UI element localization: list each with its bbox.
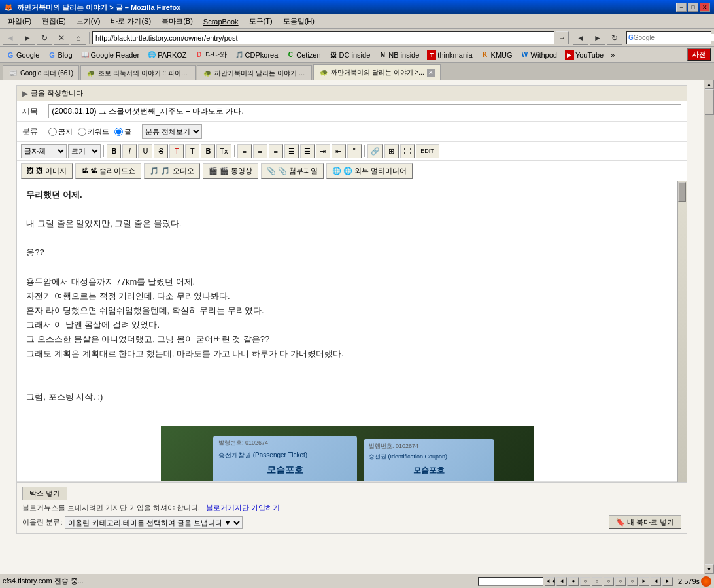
tab-3[interactable]: 🐢 까만거북미의 달리는 이야기 >... ✕ — [313, 64, 441, 80]
outdent-button[interactable]: ⇤ — [332, 144, 346, 158]
bookmark-add-button[interactable]: 🔖 내 북마크 넣기 — [609, 515, 681, 529]
video-button[interactable]: 🎬 🎬 동영상 — [203, 163, 258, 179]
tab-3-close-button[interactable]: ✕ — [427, 69, 435, 77]
font-family-select[interactable]: 글자체 — [21, 144, 67, 158]
radio-post[interactable]: 글 — [114, 127, 131, 137]
maximize-button[interactable]: □ — [688, 3, 698, 12]
title-input[interactable] — [48, 104, 681, 118]
color-t-button[interactable]: T — [169, 144, 184, 158]
reload-button[interactable]: ↻ — [37, 31, 52, 45]
forward-button[interactable]: ► — [20, 31, 35, 45]
news-link[interactable]: 블로거기자단 가입하기 — [206, 504, 280, 511]
blockquote-button[interactable]: " — [347, 144, 362, 158]
bookmark-cdpkorea[interactable]: 🎵 CDPkorea — [231, 49, 282, 61]
table-button[interactable]: ⊞ — [384, 144, 399, 158]
bold2-button[interactable]: B — [201, 144, 215, 158]
menu-file[interactable]: 파일(F) — [3, 15, 37, 27]
bookmark-kmug[interactable]: K KMUG — [477, 49, 516, 61]
bookmark-danawa[interactable]: D 다나와 — [192, 48, 230, 61]
bold-button[interactable]: B — [107, 144, 121, 158]
stop-button[interactable]: ✕ — [54, 31, 69, 45]
scroll-up-button[interactable]: ▲ — [705, 80, 714, 89]
bookmark-withpod[interactable]: W Withpod — [517, 49, 560, 61]
radio-notice[interactable]: 공지 — [48, 127, 73, 137]
bookmark-reader[interactable]: 📖 Google Reader — [77, 49, 143, 61]
search-box[interactable]: G 🔍 — [626, 31, 711, 44]
nav-prev[interactable]: ◄ — [573, 31, 588, 45]
category-select[interactable]: 분류 전체보기 — [142, 124, 202, 139]
color-t2-button[interactable]: T — [185, 144, 199, 158]
nav-refresh[interactable]: ↻ — [607, 31, 622, 45]
status-nav-1[interactable]: ◄◄ — [545, 577, 555, 586]
indent-button[interactable]: ⇥ — [316, 144, 330, 158]
menu-bookmarks[interactable]: 북마크(B) — [156, 15, 198, 27]
status-nav-2[interactable]: ◄ — [556, 577, 567, 586]
scroll-down-button[interactable]: ▼ — [705, 564, 714, 574]
bookmarks-more-button[interactable]: » — [608, 50, 617, 60]
external-media-button[interactable]: 🌐 🌐 외부 멀티미디어 — [326, 163, 413, 179]
status-input[interactable] — [478, 577, 543, 586]
bookmark-parkoz[interactable]: 🌐 PARKOZ — [144, 49, 190, 61]
link-button[interactable]: 🔗 — [367, 144, 383, 158]
menu-tools[interactable]: 도구(T) — [244, 15, 278, 27]
address-bar[interactable] — [92, 31, 554, 44]
tab-0[interactable]: 📰 Google 리더 (661) — [3, 65, 79, 80]
radio-notice-input[interactable] — [48, 128, 57, 136]
status-nav-9[interactable]: ► — [639, 577, 649, 586]
edit-mode-button[interactable]: EDIT — [416, 144, 439, 158]
scrollbar-thumb[interactable] — [678, 182, 686, 202]
close-button[interactable]: ✕ — [700, 3, 710, 12]
home-button[interactable]: ⌂ — [71, 31, 86, 45]
status-nav-6[interactable]: ○ — [604, 577, 614, 586]
slideshow-button[interactable]: 📽 📽 슬라이드쇼 — [75, 163, 141, 179]
address-input[interactable] — [95, 34, 551, 42]
status-nav-7[interactable]: ○ — [615, 577, 626, 586]
audio-button[interactable]: 🎵 🎵 오디오 — [144, 163, 199, 179]
editor-scrollbar[interactable] — [677, 181, 687, 482]
italic-button[interactable]: I — [122, 144, 137, 158]
category-theme-select[interactable]: 이올린 카테고리.테마를 선택하여 글을 보냅니다 ▼ — [65, 516, 243, 529]
radio-keyword[interactable]: 키워드 — [78, 127, 109, 137]
tx-button[interactable]: Tx — [216, 144, 231, 158]
back-button[interactable]: ◄ — [3, 31, 18, 45]
status-nav-11[interactable]: ► — [662, 577, 673, 586]
status-nav-5[interactable]: ○ — [592, 577, 602, 586]
align-center-button[interactable]: ≡ — [253, 144, 267, 158]
menu-goto[interactable]: 바로 가기(S) — [105, 15, 156, 27]
align-left-button[interactable]: ≡ — [237, 144, 252, 158]
list-ul-button[interactable]: ☰ — [284, 144, 299, 158]
list-ol-button[interactable]: ☰ — [300, 144, 314, 158]
bookmark-cetizen[interactable]: C Cetizen — [282, 49, 324, 61]
menu-edit[interactable]: 편집(E) — [37, 15, 71, 27]
bookmark-dcinsde[interactable]: 🖼 DC inside — [326, 49, 374, 61]
scroll-thumb[interactable] — [705, 89, 714, 115]
font-size-select[interactable]: 크기 — [68, 144, 101, 158]
go-button[interactable]: → — [556, 31, 569, 44]
status-nav-10[interactable]: ◄ — [651, 577, 661, 586]
tab-1[interactable]: 🐢 초보 리눅서의 이야기 :: 파이어폭... — [80, 65, 196, 80]
menu-scrapbook[interactable]: ScrapBook — [198, 16, 244, 27]
main-scrollbar[interactable]: ▲ ▼ — [704, 80, 714, 574]
status-nav-3[interactable]: ● — [568, 577, 579, 586]
status-nav-8[interactable]: ○ — [627, 577, 638, 586]
tab-2[interactable]: 🐢 까만거북미의 달리는 이야기 > (2... — [197, 65, 312, 80]
menu-view[interactable]: 보기(V) — [71, 15, 106, 27]
nav-next[interactable]: ► — [590, 31, 605, 45]
bookmark-google[interactable]: G Google — [3, 49, 42, 61]
align-right-button[interactable]: ≡ — [269, 144, 283, 158]
bookmark-youtube[interactable]: ▶ YouTube — [562, 49, 607, 61]
radio-post-input[interactable] — [114, 128, 123, 136]
strikethrough-button[interactable]: S — [154, 144, 168, 158]
sms-button[interactable]: 사전 — [687, 48, 711, 61]
box-button[interactable]: 박스 넣기 — [22, 487, 67, 500]
status-nav-4[interactable]: ○ — [580, 577, 590, 586]
radio-keyword-input[interactable] — [78, 128, 86, 136]
underline-button[interactable]: U — [138, 144, 152, 158]
search-input[interactable] — [634, 34, 714, 41]
bookmark-thinkmania[interactable]: T thinkmania — [424, 49, 475, 61]
attach-button[interactable]: 📎 📎 첨부파일 — [261, 163, 324, 179]
minimize-button[interactable]: − — [676, 3, 687, 12]
editor-body[interactable]: 무리했던 어제. 내 그럴 줄은 알았지만, 그럴 줄은 몰랐다. 응?? 용두… — [17, 181, 677, 482]
image-button[interactable]: 🖼 🖼 이미지 — [21, 163, 73, 179]
bookmark-nbinside[interactable]: N NB inside — [375, 49, 422, 61]
